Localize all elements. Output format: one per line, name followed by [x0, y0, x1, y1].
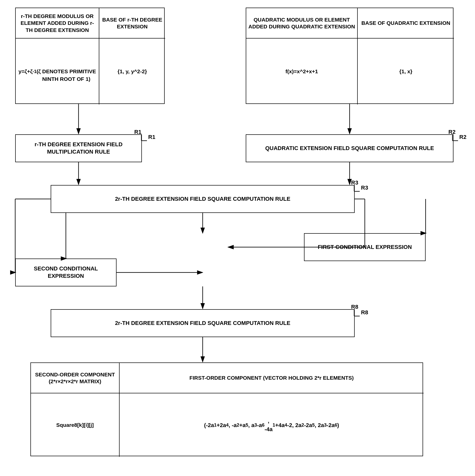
bt-header-left: SECOND-ORDER COMPONENT (2*r×2*r×2*r MATR…: [31, 363, 120, 393]
bottom-table: SECOND-ORDER COMPONENT (2*r×2*r×2*r MATR…: [30, 362, 423, 456]
tr-body-left: f(x)=x^2+x+1: [246, 39, 358, 104]
top-right-table: QUADRATIC MODULUS OR ELEMENT ADDED DURIN…: [246, 8, 453, 104]
tl-header-left: r-TH DEGREE MODULUS OR ELEMENT ADDED DUR…: [16, 8, 99, 39]
box-r2-square-computation: QUADRATIC EXTENSION FIELD SQUARE COMPUTA…: [246, 134, 453, 162]
ref-r2-label: R2: [448, 129, 455, 135]
box-r8-2r-square-computation: 2r-TH DEGREE EXTENSION FIELD SQUARE COMP…: [51, 309, 355, 337]
bt-body-left: Square8[k][i][j]: [31, 393, 120, 457]
top-left-table: r-TH DEGREE MODULUS OR ELEMENT ADDED DUR…: [15, 8, 165, 104]
ref-r3-label: R3: [351, 179, 358, 186]
diagram: r-TH DEGREE MODULUS OR ELEMENT ADDED DUR…: [0, 0, 475, 476]
tr-header-right: BASE OF QUADRATIC EXTENSION: [358, 8, 454, 39]
box-r1-multiplication-rule: r-TH DEGREE EXTENSION FIELD MULTIPLICATI…: [15, 134, 142, 162]
svg-text:R2: R2: [459, 134, 466, 140]
box-second-conditional-expression: SECOND CONDITIONAL EXPRESSION: [15, 259, 117, 286]
ref-r1-label: R1: [134, 129, 141, 135]
ref-r8-label: R8: [351, 304, 358, 310]
tl-header-right: BASE OF r-TH DEGREE EXTENSION: [99, 8, 165, 39]
box-r3-2r-square-computation: 2r-TH DEGREE EXTENSION FIELD SQUARE COMP…: [51, 185, 355, 213]
bt-header-right: FIRST-ORDER COMPONENT (VECTOR HOLDING 2*…: [120, 363, 424, 393]
tl-body-left: y=ζ+ζ-1(ζ DENOTES PRIMITIVENINTH ROOT OF…: [16, 39, 99, 104]
tr-body-right: {1, x}: [358, 39, 454, 104]
tr-header-left: QUADRATIC MODULUS OR ELEMENT ADDED DURIN…: [246, 8, 358, 39]
tl-body-right: {1, y, y^2-2}: [99, 39, 165, 104]
svg-text:R3: R3: [361, 185, 368, 191]
svg-text:R8: R8: [361, 309, 368, 316]
bt-body-right: (-2a1+2a4, -a2+a5, a3-a6,-4a1+4a4-2, 2a2…: [120, 393, 424, 457]
box-first-conditional-expression: FIRST CONDITIONAL EXPRESSION: [304, 233, 426, 261]
svg-text:R1: R1: [148, 134, 155, 140]
